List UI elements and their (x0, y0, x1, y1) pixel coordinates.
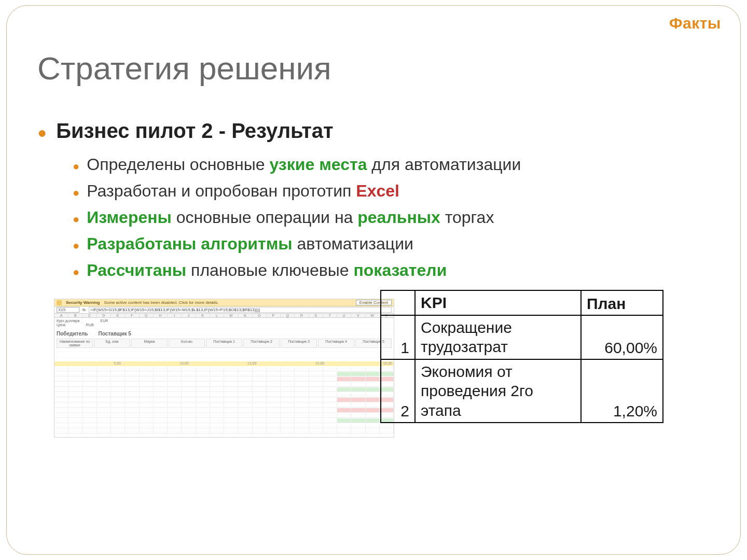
page-title: Стратегия решения (37, 50, 331, 87)
bullet-level2: ●Измерены основные операции на реальных … (73, 208, 716, 227)
kpi-row-desc: Экономия от проведения 2го этапа (415, 359, 581, 423)
kpi-row-index: 2 (381, 359, 415, 423)
bullet-text: Рассчитаны плановые ключевые показатели (87, 261, 447, 280)
kpi-row-index: 1 (381, 315, 415, 359)
bullet-dot-icon: ● (73, 267, 79, 278)
excel-winner-label: Победитель (57, 331, 88, 337)
kpi-row-value: 60,00% (581, 315, 663, 359)
bullet-text: Измерены основные операции на реальных т… (87, 208, 494, 227)
kpi-row-desc: Сокращение трудозатрат (415, 315, 581, 359)
excel-label: RUB (86, 323, 94, 327)
bullet-text: Определены основные узкие места для авто… (87, 155, 521, 174)
bullet-dot-icon: ● (73, 240, 79, 251)
bullet-text: Разработаны алгоритмы автоматизации (87, 234, 413, 254)
excel-label: Цена (57, 323, 65, 327)
excel-warn-bold: Security Warning (66, 300, 100, 305)
bullet-level1: ● Бизнес пилот 2 - Результат (37, 119, 716, 143)
bullet-level2: ●Рассчитаны плановые ключевые показатели (73, 261, 716, 280)
bullet-list: ● Бизнес пилот 2 - Результат ●Определены… (37, 119, 716, 287)
kpi-header-empty (381, 290, 415, 315)
excel-security-warning: Security Warning Some active content has… (54, 299, 394, 306)
bullet-level2: ●Разработан и опробован прототип Excel (73, 181, 716, 201)
bullet-text: Бизнес пилот 2 - Результат (56, 119, 333, 143)
bullet-level2: ●Разработаны алгоритмы автоматизации (73, 234, 716, 254)
table-row: 2 Экономия от проведения 2го этапа 1,20% (381, 359, 663, 423)
bullet-dot-icon: ● (73, 161, 79, 172)
kpi-table: KPI План 1 Сокращение трудозатрат 60,00%… (380, 290, 663, 423)
bullet-dot-icon: ● (73, 187, 79, 199)
bullet-dot-icon: ● (37, 125, 47, 141)
excel-label: Курс доллара (57, 319, 80, 323)
bullet-dot-icon: ● (73, 214, 79, 225)
excel-column-headers: ABCDEFGHIJKLMNOPQRSTUVWX (54, 314, 394, 318)
excel-screenshot: Security Warning Some active content has… (54, 299, 394, 438)
section-badge: Факты (669, 15, 721, 32)
kpi-header-plan: План (581, 290, 663, 315)
table-row: 1 Сокращение трудозатрат 60,00% (381, 315, 663, 359)
excel-top-rows: Курс доллараEUR ЦенаRUB Победитель Поста… (54, 318, 394, 349)
excel-formula: =IF(W15=G15;$F$13;IF(W15=J15;$I$13;IF(W1… (89, 307, 392, 313)
table-header-row: KPI План (381, 290, 663, 315)
excel-cell-ref: X15 (57, 307, 79, 313)
fx-icon: fx (82, 307, 86, 312)
excel-body: Курс доллараEUR ЦенаRUB Победитель Поста… (54, 318, 394, 434)
excel-winner-value: Поставщик 5 (99, 331, 131, 337)
excel-warn-text: Some active content has been disabled. C… (104, 300, 219, 305)
kpi-header-kpi: KPI (415, 290, 581, 315)
bullet-level2: ●Определены основные узкие места для авт… (73, 155, 716, 174)
kpi-row-value: 1,20% (581, 359, 663, 423)
warning-icon (57, 300, 62, 305)
excel-label: EUR (101, 319, 108, 323)
excel-formula-bar: X15 fx =IF(W15=G15;$F$13;IF(W15=J15;$I$1… (54, 306, 394, 314)
bullet-text: Разработан и опробован прототип Excel (87, 181, 399, 201)
